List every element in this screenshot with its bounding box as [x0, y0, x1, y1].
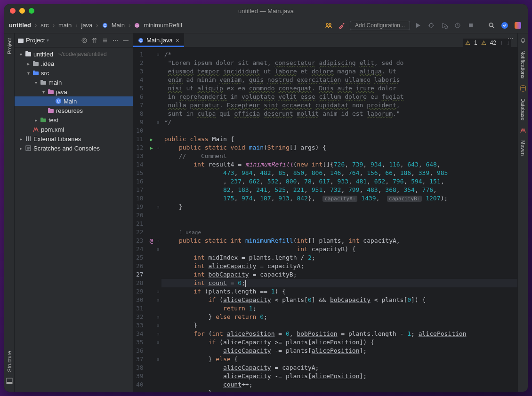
code-line[interactable]	[161, 127, 517, 135]
tree-item-label: External Libraries	[33, 135, 81, 143]
code-line[interactable]: return 1;	[161, 304, 517, 313]
tree-item[interactable]: ▾untitled~/code/java/untitled	[15, 49, 133, 59]
code-line[interactable]: eiusmod tempor incididunt ut labore et d…	[161, 67, 517, 76]
minimize-window-button[interactable]	[19, 8, 25, 14]
code-line[interactable]: public static void main(String[] args) {	[161, 143, 517, 152]
code-line[interactable]: int aliceCapacity = capacityA;	[161, 262, 517, 270]
code-line[interactable]: aliceCapacity = capacityA;	[161, 364, 517, 372]
code-line[interactable]: sunt in culpa qui officia deserunt molli…	[161, 110, 517, 118]
code-line[interactable]: count++;	[161, 380, 517, 389]
expand-all-icon[interactable]	[90, 36, 99, 45]
notifications-tool-tab[interactable]: Notifications	[519, 49, 527, 79]
tree-item[interactable]: pom.xml	[15, 125, 133, 134]
code-line[interactable]	[161, 220, 517, 228]
tree-item[interactable]: ▾main	[15, 78, 133, 87]
editor-tab[interactable]: C Main.java ×	[133, 33, 184, 47]
maximize-window-button[interactable]	[29, 8, 34, 14]
code-line[interactable]: 473, 984, 482, 85, 850, 806, 146, 764, 1…	[161, 169, 517, 177]
code-line[interactable]: 1 usage	[161, 228, 517, 237]
code-line[interactable]: int capacityB) {	[161, 245, 517, 253]
code-line[interactable]: }	[161, 321, 517, 330]
structure-tool-tab[interactable]: Structure	[6, 350, 13, 373]
code-line[interactable]: int bobCapacity = capacityB;	[161, 270, 517, 279]
debug-icon[interactable]	[426, 20, 436, 31]
build-icon[interactable]	[337, 20, 347, 31]
tree-item[interactable]: resources	[15, 106, 133, 115]
maven-tool-tab[interactable]: Maven	[519, 139, 527, 157]
code-line[interactable]: }	[161, 389, 517, 392]
warning-count: 1	[474, 40, 477, 46]
tree-item-label: src	[41, 70, 49, 77]
ide-icon[interactable]	[513, 20, 523, 31]
rail-bottom-icon[interactable]	[6, 378, 13, 384]
maven-icon[interactable]	[520, 127, 526, 134]
breadcrumb-item[interactable]: minimumRefill	[144, 22, 182, 29]
code-line[interactable]: , 237, 662, 552, 800, 78, 617, 933, 481,…	[161, 177, 517, 186]
code-line[interactable]: nulla pariatur. Excepteur sint occaecat …	[161, 101, 517, 110]
svg-rect-21	[33, 62, 39, 66]
run-coverage-icon[interactable]	[439, 20, 450, 31]
project-tree[interactable]: ▾untitled~/code/java/untitled▸.idea▾src▾…	[15, 48, 133, 155]
prev-highlight-icon[interactable]: ↑	[500, 40, 503, 46]
code-line[interactable]: if (aliceCapacity < plants[0] && bobCapa…	[161, 296, 517, 304]
project-tool-tab[interactable]: Project	[6, 37, 13, 55]
code-line[interactable]: int midIndex = plants.length / 2;	[161, 253, 517, 262]
tree-item[interactable]: ▸Scratches and Consoles	[15, 143, 133, 153]
code-line[interactable]: aliceCapacity -= plants[alicePosition];	[161, 347, 517, 355]
close-window-button[interactable]	[10, 8, 16, 14]
stop-icon[interactable]	[466, 20, 476, 31]
code-line[interactable]	[161, 211, 517, 220]
code-line[interactable]: int count = 0;	[161, 279, 517, 287]
breadcrumb-root[interactable]: untitled	[9, 22, 31, 29]
code-line[interactable]: for (int alicePosition = 0, bobPosition …	[161, 330, 517, 338]
search-icon[interactable]	[486, 20, 497, 31]
code-line[interactable]: aliceCapacity -= plants[alicePosition];	[161, 372, 517, 380]
profile-icon[interactable]	[452, 20, 463, 31]
tree-item[interactable]: ▾java	[15, 87, 133, 96]
run-icon[interactable]	[413, 20, 423, 31]
tree-item[interactable]: ▸External Libraries	[15, 134, 133, 143]
code-line[interactable]: nisi ut aliquip ex ea commodo consequat.…	[161, 84, 517, 93]
code-line[interactable]: public static int minimumRefill(int[] pl…	[161, 237, 517, 245]
tree-item[interactable]: ▸test	[15, 115, 133, 125]
project-view-icon	[17, 37, 24, 44]
hide-panel-icon[interactable]: —	[121, 36, 130, 45]
next-highlight-icon[interactable]: ↓	[507, 40, 509, 46]
notifications-bell-icon[interactable]	[520, 37, 526, 44]
add-configuration-button[interactable]: Add Configuration...	[350, 21, 410, 30]
code-line[interactable]: enim ad minim veniam, quis nostrud exerc…	[161, 76, 517, 84]
code-line[interactable]: 175, 974, 187, 913, 842}, capacityA: 143…	[161, 194, 517, 203]
code-line[interactable]: } else {	[161, 355, 517, 364]
tree-item[interactable]: ▸.idea	[15, 59, 133, 68]
database-icon[interactable]	[520, 85, 526, 92]
titlebar[interactable]: untitled — Main.java	[4, 4, 528, 17]
close-tab-icon[interactable]: ×	[176, 37, 179, 44]
breadcrumb-item[interactable]: java	[81, 22, 93, 29]
code-line[interactable]: "Lorem ipsum dolor sit amet, consectetur…	[161, 59, 517, 67]
update-icon[interactable]	[500, 20, 510, 31]
target-icon[interactable]	[80, 36, 89, 45]
code-line[interactable]: if (aliceCapacity >= plants[alicePositio…	[161, 338, 517, 347]
collapse-all-icon[interactable]	[101, 36, 109, 45]
code-with-me-icon[interactable]	[323, 20, 334, 31]
code-line[interactable]: 82, 183, 241, 525, 221, 951, 732, 799, 4…	[161, 186, 517, 194]
settings-icon[interactable]	[111, 36, 120, 45]
code-line[interactable]: /*	[161, 50, 517, 59]
code-line[interactable]: in reprehenderit in voluptate velit esse…	[161, 93, 517, 101]
code-line[interactable]: if (plants.length == 1) {	[161, 287, 517, 296]
breadcrumb-item[interactable]: Main	[112, 22, 125, 29]
database-tool-tab[interactable]: Database	[519, 97, 527, 121]
inspection-widget[interactable]: ⚠ 1 ⚠ 42 ↑ ↓	[463, 39, 511, 47]
code-editor[interactable]: 1234567891011121314151617181920212223242…	[133, 48, 517, 392]
project-panel: Project ▾ — ▾untitled~/code/java/untitle…	[15, 33, 133, 392]
code-line[interactable]: int result4 = minimumRefill(new int[]{72…	[161, 160, 517, 169]
code-line[interactable]: public class Main {	[161, 135, 517, 143]
code-line[interactable]: // Comment	[161, 152, 517, 160]
breadcrumb-item[interactable]: main	[58, 22, 72, 29]
tree-item[interactable]: CMain	[15, 96, 133, 106]
tree-item[interactable]: ▾src	[15, 68, 133, 78]
code-line[interactable]: } else return 0;	[161, 313, 517, 321]
breadcrumb-item[interactable]: src	[40, 22, 48, 29]
code-line[interactable]: }	[161, 203, 517, 211]
code-line[interactable]: */	[161, 118, 517, 127]
